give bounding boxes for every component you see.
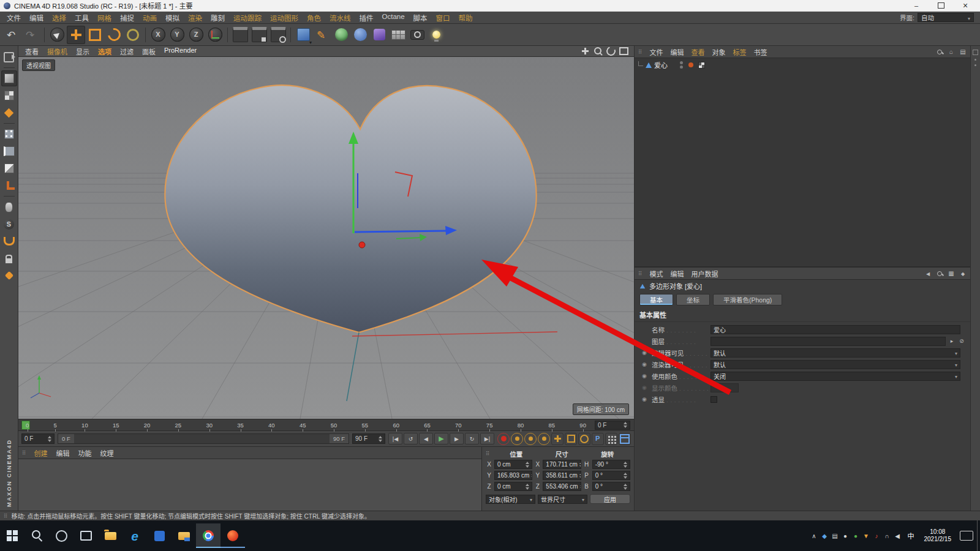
position-z-field[interactable]: 0 cm xyxy=(494,482,532,491)
keyframe-dot-icon[interactable] xyxy=(642,396,647,402)
attribute-tab[interactable]: 基本 xyxy=(639,294,673,305)
object-manager-menu-item[interactable]: 对象 xyxy=(709,47,729,57)
viewport-pan-icon[interactable] xyxy=(580,47,590,56)
material-menu-item[interactable]: 功能 xyxy=(74,448,96,458)
undo-button[interactable] xyxy=(4,26,22,44)
rotation-p-field[interactable]: 0 ° xyxy=(592,471,630,480)
folder-icon[interactable] xyxy=(172,523,196,548)
scale-tool[interactable] xyxy=(86,26,104,44)
keyframe-dot-icon[interactable] xyxy=(642,350,647,356)
viewport-menu-item[interactable]: ProRender xyxy=(160,47,201,56)
timeline-ruler[interactable]: 051015202530354045505560657075808590 0 F xyxy=(18,419,634,431)
filter-list-icon[interactable] xyxy=(959,48,967,55)
material-menu-item[interactable]: 编辑 xyxy=(52,448,74,458)
menu-item[interactable]: 编辑 xyxy=(25,13,48,23)
menu-item[interactable]: 帮助 xyxy=(454,13,477,23)
next-key-button[interactable]: ↻ xyxy=(465,433,479,444)
add-cube-button[interactable] xyxy=(294,26,312,44)
object-row[interactable]: 爱心 xyxy=(635,59,970,70)
action-center-icon[interactable] xyxy=(960,531,973,541)
menu-item[interactable]: 捕捉 xyxy=(116,13,138,23)
interface-dropdown[interactable]: 自动 xyxy=(918,13,974,22)
autokey-scale-button[interactable] xyxy=(524,433,537,445)
stepper-icon[interactable] xyxy=(46,436,51,442)
menu-item[interactable]: 雕刻 xyxy=(206,13,229,23)
menu-item[interactable]: 动画 xyxy=(138,13,161,23)
attribute-tab[interactable]: 平滑着色(Phong) xyxy=(713,294,782,305)
texture-mode-button[interactable] xyxy=(1,88,17,103)
material-menu-item[interactable]: 纹理 xyxy=(96,448,118,458)
enable-axis-button[interactable] xyxy=(1,178,17,193)
menu-item[interactable]: 运动跟踪 xyxy=(229,13,266,23)
polygons-mode-button[interactable] xyxy=(1,160,17,176)
edge-icon[interactable] xyxy=(123,523,147,548)
add-floor-button[interactable] xyxy=(389,26,407,44)
enable-snap-button[interactable] xyxy=(1,216,17,232)
size-x-field[interactable]: 170.711 cm xyxy=(543,460,581,469)
last-used-tool[interactable] xyxy=(124,26,142,44)
object-manager-menu-item[interactable]: 编辑 xyxy=(667,47,688,57)
microphone-icon[interactable]: ● xyxy=(840,533,851,539)
viewport-menu-item[interactable]: 选项 xyxy=(94,47,116,56)
attribute-tab[interactable]: 坐标 xyxy=(676,294,710,305)
next-frame-button[interactable]: ▶ xyxy=(450,433,464,444)
keyframe-dot-icon[interactable] xyxy=(642,373,647,379)
magnet-tool-button[interactable] xyxy=(1,233,17,249)
texture-tag-icon[interactable] xyxy=(698,62,705,69)
menu-item[interactable]: 选择 xyxy=(48,13,70,23)
layer-browser-icon[interactable] xyxy=(948,338,956,344)
add-deformer-button[interactable] xyxy=(370,26,388,44)
menu-item[interactable]: Octane xyxy=(378,13,409,23)
position-y-field[interactable]: 165.803 cm xyxy=(494,471,532,480)
prev-frame-button[interactable]: ◀ xyxy=(419,433,433,444)
position-x-field[interactable]: 0 cm xyxy=(494,460,532,469)
renderer-visibility-dropdown[interactable]: 默认 xyxy=(710,360,960,369)
add-camera-button[interactable] xyxy=(408,26,426,44)
viewport-canvas[interactable]: 透视视图 网格间距: 100 cm xyxy=(18,57,634,419)
cinema4d-taskbar-icon[interactable] xyxy=(221,523,245,548)
menu-item[interactable]: 文件 xyxy=(2,13,25,23)
menu-item[interactable]: 插件 xyxy=(355,13,378,23)
y-axis-lock-button[interactable] xyxy=(168,26,186,44)
keyframe-scale-toggle[interactable] xyxy=(565,433,577,445)
viewport-solo-button[interactable] xyxy=(1,199,17,215)
z-axis-lock-button[interactable] xyxy=(187,26,205,44)
music-icon[interactable]: ♪ xyxy=(872,533,882,539)
viewport-orbit-icon[interactable] xyxy=(606,47,616,56)
x-axis-lock-button[interactable] xyxy=(149,26,167,44)
wechat-icon[interactable]: ● xyxy=(851,533,861,539)
workplane-mode-button[interactable] xyxy=(1,105,17,121)
attribute-menu-item[interactable]: 模式 xyxy=(646,269,667,279)
timeline-panel-button[interactable] xyxy=(619,433,631,445)
menu-item[interactable]: 工具 xyxy=(70,13,93,23)
layout-icon[interactable] xyxy=(948,270,955,277)
stepper-icon[interactable] xyxy=(377,436,382,442)
attribute-menu-item[interactable]: 用户数据 xyxy=(688,269,722,279)
start-button[interactable] xyxy=(0,523,24,548)
app-icon-blue[interactable] xyxy=(147,523,172,548)
lock-icon[interactable] xyxy=(959,270,967,277)
panel-grip-icon[interactable] xyxy=(486,451,490,457)
menu-item[interactable]: 模拟 xyxy=(161,13,184,23)
rotation-b-field[interactable]: 0 ° xyxy=(592,482,630,491)
menu-item[interactable]: 脚本 xyxy=(409,13,432,23)
end-frame-field[interactable]: 90 F xyxy=(352,433,385,444)
goto-end-button[interactable]: ▶| xyxy=(480,433,494,444)
rotation-h-field[interactable]: -90 ° xyxy=(592,460,630,469)
stepper-icon[interactable] xyxy=(622,422,627,428)
object-name[interactable]: 爱心 xyxy=(654,60,668,70)
object-manager-menu-item[interactable]: 文件 xyxy=(646,47,667,57)
points-mode-button[interactable] xyxy=(1,126,17,142)
keyframe-parameter-toggle[interactable] xyxy=(592,433,604,445)
menu-item[interactable]: 运动图形 xyxy=(266,13,303,23)
add-light-button[interactable] xyxy=(427,26,445,44)
search-button[interactable] xyxy=(24,523,49,548)
keyframe-dot-icon[interactable] xyxy=(642,361,647,367)
transform-mode-dropdown[interactable]: 对象(相对) xyxy=(486,495,535,504)
render-picture-viewer-button[interactable] xyxy=(250,26,268,44)
autokey-position-button[interactable] xyxy=(511,433,523,445)
apply-button[interactable]: 应用 xyxy=(590,494,630,504)
cortana-button[interactable] xyxy=(49,523,74,548)
home-icon[interactable] xyxy=(948,48,955,55)
use-color-dropdown[interactable]: 关闭 xyxy=(710,372,960,381)
